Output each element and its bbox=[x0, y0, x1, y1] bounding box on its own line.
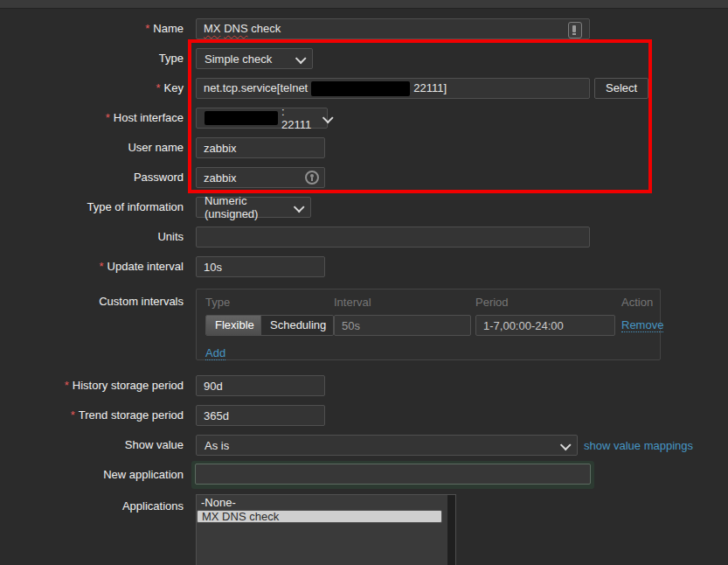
show-value-label: Show value bbox=[0, 435, 184, 456]
units-label: Units bbox=[0, 227, 184, 248]
name-value-word: MX bbox=[204, 19, 221, 38]
update-interval-input[interactable] bbox=[196, 256, 325, 277]
password-label: Password bbox=[0, 167, 184, 188]
type-of-information-label: Type of information bbox=[0, 197, 184, 218]
type-select-value: Simple check bbox=[205, 52, 272, 66]
select-button[interactable]: Select bbox=[594, 78, 648, 99]
row-update-interval: *Update interval bbox=[0, 256, 728, 277]
history-storage-label: *History storage period bbox=[0, 375, 184, 396]
row-units: Units bbox=[0, 227, 728, 248]
password-manager-icon[interactable] bbox=[305, 171, 319, 185]
show-value-mappings-link[interactable]: show value mappings bbox=[584, 439, 693, 452]
update-interval-label: *Update interval bbox=[0, 256, 184, 277]
row-history-storage: *History storage period bbox=[0, 375, 728, 396]
top-tab-bar bbox=[0, 0, 728, 9]
ci-header-period: Period bbox=[475, 295, 621, 310]
chevron-down-icon bbox=[294, 201, 305, 213]
row-user-name: User name bbox=[0, 137, 728, 158]
new-application-input[interactable] bbox=[195, 464, 591, 485]
type-of-information-select[interactable]: Numeric (unsigned) bbox=[196, 197, 311, 218]
row-key: *Key net.tcp.service[telnet 22111] Selec… bbox=[0, 78, 728, 99]
ci-header-type: Type bbox=[205, 295, 334, 310]
applications-label: Applications bbox=[0, 496, 184, 517]
key-input[interactable]: net.tcp.service[telnet 22111] bbox=[196, 78, 590, 99]
trend-storage-label: *Trend storage period bbox=[0, 405, 184, 426]
required-marker: * bbox=[99, 260, 103, 273]
scheduling-option[interactable]: Scheduling bbox=[260, 316, 334, 335]
type-of-information-value: Numeric (unsigned) bbox=[205, 194, 295, 220]
new-application-label: New application bbox=[0, 464, 184, 485]
applications-option-selected[interactable]: MX DNS check bbox=[197, 510, 442, 523]
redaction-box bbox=[311, 81, 410, 96]
redaction-box bbox=[205, 111, 278, 125]
new-application-focus-halo bbox=[191, 461, 594, 489]
name-input[interactable]: MX DNS check bbox=[196, 18, 590, 39]
units-input[interactable] bbox=[196, 227, 590, 248]
applications-listbox[interactable]: -None- MX DNS check bbox=[196, 494, 456, 565]
user-name-input[interactable] bbox=[196, 137, 325, 158]
row-type-of-information: Type of information Numeric (unsigned) bbox=[0, 197, 728, 218]
applications-option-none[interactable]: -None- bbox=[197, 495, 442, 510]
key-value-prefix: net.tcp.service[telnet bbox=[204, 79, 308, 98]
interval-type-segmented-control: Flexible Scheduling bbox=[205, 315, 334, 336]
key-value-suffix: 22111] bbox=[413, 79, 447, 98]
required-marker: * bbox=[71, 408, 75, 422]
type-select[interactable]: Simple check bbox=[196, 48, 313, 69]
host-interface-label: *Host interface bbox=[0, 108, 184, 129]
input-edit-icon[interactable] bbox=[568, 22, 582, 38]
custom-intervals-table: Type Interval Period Action Flexible Sch… bbox=[196, 289, 661, 360]
type-label: Type bbox=[0, 48, 184, 69]
name-value-word: check bbox=[251, 19, 281, 38]
row-show-value: Show value As is show value mappings bbox=[0, 435, 728, 456]
required-marker: * bbox=[145, 22, 149, 35]
required-marker: * bbox=[106, 111, 110, 124]
listbox-scrollbar[interactable] bbox=[447, 495, 455, 565]
show-value-selected: As is bbox=[205, 439, 229, 452]
row-host-interface: *Host interface : 22111 bbox=[0, 108, 728, 129]
required-marker: * bbox=[156, 81, 161, 94]
user-name-label: User name bbox=[0, 137, 184, 158]
chevron-down-icon bbox=[295, 52, 307, 64]
history-storage-input[interactable] bbox=[196, 375, 325, 396]
name-value-word: DNS bbox=[224, 19, 247, 38]
ci-period-input[interactable] bbox=[475, 315, 615, 336]
key-label: *Key bbox=[0, 78, 184, 99]
row-password: Password bbox=[0, 167, 728, 188]
flexible-option[interactable]: Flexible bbox=[206, 316, 260, 335]
host-interface-port: : 22111 bbox=[281, 105, 311, 131]
add-link[interactable]: Add bbox=[205, 346, 225, 360]
ci-header-interval: Interval bbox=[334, 295, 475, 310]
name-label: *Name bbox=[0, 18, 184, 39]
chevron-down-icon bbox=[560, 439, 572, 450]
host-interface-select[interactable]: : 22111 bbox=[196, 108, 328, 129]
ci-interval-input[interactable] bbox=[334, 315, 471, 336]
row-trend-storage: *Trend storage period bbox=[0, 405, 728, 426]
trend-storage-input[interactable] bbox=[196, 405, 325, 426]
remove-link[interactable]: Remove bbox=[621, 318, 663, 332]
required-marker: * bbox=[65, 379, 69, 392]
ci-header-action: Action bbox=[621, 295, 663, 310]
row-type: Type Simple check bbox=[0, 48, 728, 69]
show-value-select[interactable]: As is bbox=[196, 435, 578, 456]
row-name: *Name MX DNS check bbox=[0, 18, 728, 39]
chevron-down-icon bbox=[322, 112, 334, 123]
custom-intervals-label: Custom intervals bbox=[0, 291, 184, 312]
